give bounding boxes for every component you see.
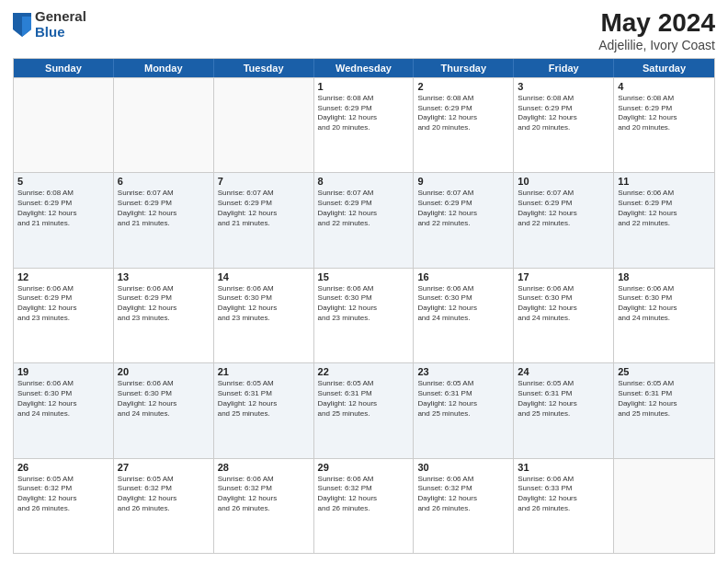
day-number: 3 (518, 81, 609, 92)
day-number: 14 (218, 271, 310, 282)
day-cell-5: 5Sunrise: 6:08 AM Sunset: 6:29 PM Daylig… (14, 173, 114, 267)
header-day-saturday: Saturday (614, 59, 714, 77)
calendar: SundayMondayTuesdayWednesdayThursdayFrid… (13, 58, 715, 554)
day-cell-25: 25Sunrise: 6:05 AM Sunset: 6:31 PM Dayli… (614, 363, 714, 457)
day-info: Sunrise: 6:08 AM Sunset: 6:29 PM Dayligh… (618, 94, 711, 133)
week-row-1: 1Sunrise: 6:08 AM Sunset: 6:29 PM Daylig… (14, 77, 714, 172)
day-number: 16 (417, 271, 509, 282)
day-number: 29 (318, 462, 410, 473)
day-cell-20: 20Sunrise: 6:06 AM Sunset: 6:30 PM Dayli… (114, 363, 214, 457)
logo-blue-text: Blue (35, 25, 86, 40)
day-cell-13: 13Sunrise: 6:06 AM Sunset: 6:29 PM Dayli… (114, 269, 214, 362)
day-number: 20 (118, 366, 210, 377)
empty-cell (214, 78, 314, 172)
day-info: Sunrise: 6:08 AM Sunset: 6:29 PM Dayligh… (318, 94, 410, 133)
day-number: 4 (618, 81, 711, 92)
day-cell-30: 30Sunrise: 6:06 AM Sunset: 6:32 PM Dayli… (414, 459, 514, 553)
day-number: 12 (17, 271, 109, 282)
day-cell-7: 7Sunrise: 6:07 AM Sunset: 6:29 PM Daylig… (214, 173, 314, 267)
calendar-title: May 2024 (598, 9, 715, 38)
day-number: 23 (417, 366, 509, 377)
day-number: 15 (318, 271, 410, 282)
day-number: 19 (17, 366, 109, 377)
day-info: Sunrise: 6:06 AM Sunset: 6:29 PM Dayligh… (118, 284, 210, 324)
day-cell-27: 27Sunrise: 6:05 AM Sunset: 6:32 PM Dayli… (114, 459, 214, 553)
day-info: Sunrise: 6:05 AM Sunset: 6:31 PM Dayligh… (417, 379, 509, 419)
day-cell-8: 8Sunrise: 6:07 AM Sunset: 6:29 PM Daylig… (314, 173, 415, 267)
day-info: Sunrise: 6:06 AM Sunset: 6:30 PM Dayligh… (518, 284, 609, 324)
day-info: Sunrise: 6:06 AM Sunset: 6:32 PM Dayligh… (417, 475, 509, 514)
day-number: 31 (518, 462, 609, 473)
day-number: 6 (118, 176, 210, 187)
day-info: Sunrise: 6:05 AM Sunset: 6:31 PM Dayligh… (218, 379, 310, 419)
day-info: Sunrise: 6:05 AM Sunset: 6:32 PM Dayligh… (118, 475, 210, 514)
day-number: 27 (118, 462, 210, 473)
svg-marker-1 (22, 17, 31, 37)
day-cell-14: 14Sunrise: 6:06 AM Sunset: 6:30 PM Dayli… (214, 269, 314, 362)
header: General Blue May 2024 Adjelilie, Ivory C… (13, 9, 715, 52)
week-row-5: 26Sunrise: 6:05 AM Sunset: 6:32 PM Dayli… (14, 458, 714, 553)
day-cell-9: 9Sunrise: 6:07 AM Sunset: 6:29 PM Daylig… (414, 173, 514, 267)
day-cell-15: 15Sunrise: 6:06 AM Sunset: 6:30 PM Dayli… (314, 269, 415, 362)
day-cell-3: 3Sunrise: 6:08 AM Sunset: 6:29 PM Daylig… (514, 78, 614, 172)
day-info: Sunrise: 6:06 AM Sunset: 6:30 PM Dayligh… (218, 284, 310, 324)
day-info: Sunrise: 6:06 AM Sunset: 6:32 PM Dayligh… (218, 475, 310, 514)
header-day-friday: Friday (514, 59, 614, 77)
day-cell-28: 28Sunrise: 6:06 AM Sunset: 6:32 PM Dayli… (214, 459, 314, 553)
day-cell-11: 11Sunrise: 6:06 AM Sunset: 6:29 PM Dayli… (614, 173, 714, 267)
day-cell-2: 2Sunrise: 6:08 AM Sunset: 6:29 PM Daylig… (414, 78, 514, 172)
day-cell-12: 12Sunrise: 6:06 AM Sunset: 6:29 PM Dayli… (14, 269, 114, 362)
day-number: 21 (218, 366, 310, 377)
day-number: 25 (618, 366, 711, 377)
day-cell-29: 29Sunrise: 6:06 AM Sunset: 6:32 PM Dayli… (314, 459, 415, 553)
day-info: Sunrise: 6:05 AM Sunset: 6:31 PM Dayligh… (518, 379, 609, 419)
day-info: Sunrise: 6:05 AM Sunset: 6:31 PM Dayligh… (318, 379, 410, 419)
day-number: 17 (518, 271, 609, 282)
day-cell-6: 6Sunrise: 6:07 AM Sunset: 6:29 PM Daylig… (114, 173, 214, 267)
logo-general-text: General (35, 9, 86, 25)
logo-icon (13, 13, 31, 37)
day-cell-31: 31Sunrise: 6:06 AM Sunset: 6:33 PM Dayli… (514, 459, 614, 553)
day-info: Sunrise: 6:07 AM Sunset: 6:29 PM Dayligh… (518, 189, 609, 228)
header-day-wednesday: Wednesday (314, 59, 415, 77)
day-info: Sunrise: 6:07 AM Sunset: 6:29 PM Dayligh… (318, 189, 410, 228)
header-day-thursday: Thursday (414, 59, 514, 77)
day-cell-18: 18Sunrise: 6:06 AM Sunset: 6:30 PM Dayli… (614, 269, 714, 362)
day-cell-19: 19Sunrise: 6:06 AM Sunset: 6:30 PM Dayli… (14, 363, 114, 457)
title-block: May 2024 Adjelilie, Ivory Coast (598, 9, 715, 52)
day-cell-10: 10Sunrise: 6:07 AM Sunset: 6:29 PM Dayli… (514, 173, 614, 267)
day-info: Sunrise: 6:06 AM Sunset: 6:30 PM Dayligh… (118, 379, 210, 419)
calendar-header-row: SundayMondayTuesdayWednesdayThursdayFrid… (14, 59, 714, 77)
empty-cell (614, 459, 714, 553)
day-info: Sunrise: 6:06 AM Sunset: 6:33 PM Dayligh… (518, 475, 609, 514)
day-number: 26 (17, 462, 109, 473)
week-row-3: 12Sunrise: 6:06 AM Sunset: 6:29 PM Dayli… (14, 268, 714, 362)
day-info: Sunrise: 6:07 AM Sunset: 6:29 PM Dayligh… (417, 189, 509, 228)
day-number: 1 (318, 81, 410, 92)
calendar-body: 1Sunrise: 6:08 AM Sunset: 6:29 PM Daylig… (14, 77, 714, 553)
day-number: 28 (218, 462, 310, 473)
day-number: 30 (417, 462, 509, 473)
logo-text: General Blue (35, 9, 86, 40)
day-number: 5 (17, 176, 109, 187)
day-info: Sunrise: 6:05 AM Sunset: 6:32 PM Dayligh… (17, 475, 109, 514)
calendar-subtitle: Adjelilie, Ivory Coast (598, 38, 715, 52)
day-cell-22: 22Sunrise: 6:05 AM Sunset: 6:31 PM Dayli… (314, 363, 415, 457)
day-info: Sunrise: 6:06 AM Sunset: 6:30 PM Dayligh… (417, 284, 509, 324)
day-number: 13 (118, 271, 210, 282)
day-number: 24 (518, 366, 609, 377)
day-info: Sunrise: 6:08 AM Sunset: 6:29 PM Dayligh… (17, 189, 109, 228)
day-number: 10 (518, 176, 609, 187)
week-row-2: 5Sunrise: 6:08 AM Sunset: 6:29 PM Daylig… (14, 172, 714, 267)
day-number: 7 (218, 176, 310, 187)
day-info: Sunrise: 6:06 AM Sunset: 6:30 PM Dayligh… (17, 379, 109, 419)
day-info: Sunrise: 6:07 AM Sunset: 6:29 PM Dayligh… (118, 189, 210, 228)
day-cell-16: 16Sunrise: 6:06 AM Sunset: 6:30 PM Dayli… (414, 269, 514, 362)
day-number: 11 (618, 176, 711, 187)
logo: General Blue (13, 9, 86, 40)
day-info: Sunrise: 6:05 AM Sunset: 6:31 PM Dayligh… (618, 379, 711, 419)
day-info: Sunrise: 6:06 AM Sunset: 6:29 PM Dayligh… (618, 189, 711, 228)
day-number: 8 (318, 176, 410, 187)
header-day-sunday: Sunday (14, 59, 114, 77)
day-info: Sunrise: 6:07 AM Sunset: 6:29 PM Dayligh… (218, 189, 310, 228)
